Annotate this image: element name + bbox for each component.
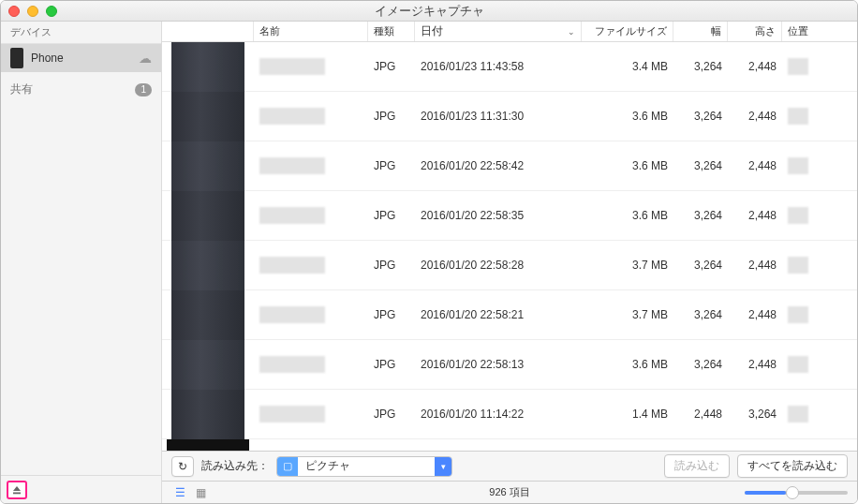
- table-row[interactable]: JPG2016/01/20 22:58:423.6 MB3,2642,448: [162, 141, 857, 191]
- cell-width: 3,264: [673, 110, 728, 123]
- cell-width: 3,264: [673, 60, 728, 73]
- cell-size: 3.6 MB: [582, 159, 673, 172]
- shared-count-badge: 1: [135, 83, 152, 96]
- cell-kind: JPG: [368, 60, 415, 73]
- cell-position: [782, 108, 838, 125]
- cell-size: 3.6 MB: [582, 209, 673, 222]
- rotate-button[interactable]: ↻: [171, 456, 194, 477]
- cell-width: 3,264: [673, 259, 728, 272]
- cell-position: [782, 257, 838, 274]
- cell-date: 2016/01/20 22:58:28: [415, 259, 582, 272]
- cell-kind: JPG: [368, 408, 415, 421]
- sidebar-devices-header: デバイス: [1, 22, 161, 44]
- svg-rect-1: [13, 492, 21, 494]
- cell-name: [254, 306, 368, 323]
- titlebar: イメージキャプチャ: [1, 1, 857, 22]
- popup-arrows-icon: ▾: [435, 456, 451, 477]
- folder-icon: ▢: [277, 456, 298, 477]
- cell-kind: JPG: [368, 259, 415, 272]
- cell-date: 2016/01/20 11:14:22: [415, 408, 582, 421]
- table-row[interactable]: JPG2016/01/20 22:58:133.6 MB3,2642,448: [162, 340, 857, 390]
- cell-size: 3.6 MB: [582, 110, 673, 123]
- cell-height: 2,448: [728, 308, 782, 321]
- shared-label: 共有: [10, 82, 33, 97]
- cell-height: 2,448: [728, 60, 782, 73]
- cell-size: 3.6 MB: [582, 358, 673, 371]
- cell-position: [782, 207, 838, 224]
- cell-width: 3,264: [673, 209, 728, 222]
- cell-name: [254, 406, 368, 422]
- destination-value: ピクチャ: [298, 458, 435, 474]
- cell-position: [782, 356, 838, 373]
- status-bar: ☰ ▦ 926 項目: [162, 481, 857, 503]
- col-width[interactable]: 幅: [673, 22, 728, 41]
- cell-date: 2016/01/23 11:31:30: [415, 110, 582, 123]
- cell-date: 2016/01/23 11:43:58: [415, 60, 582, 73]
- cell-size: 3.7 MB: [582, 308, 673, 321]
- import-all-button[interactable]: すべてを読み込む: [737, 454, 848, 478]
- col-size[interactable]: ファイルサイズ: [582, 22, 673, 41]
- cell-name: [254, 157, 368, 174]
- column-headers: 名前 種類 日付⌄ ファイルサイズ 幅 高さ 位置: [162, 22, 857, 42]
- cell-size: 3.4 MB: [582, 60, 673, 73]
- cell-width: 2,448: [673, 408, 728, 421]
- import-button[interactable]: 読み込む: [664, 454, 730, 478]
- cell-position: [782, 406, 838, 422]
- chevron-down-icon: ⌄: [568, 27, 575, 37]
- cell-height: 3,264: [728, 408, 782, 421]
- window-body: デバイス Phone ☁︎ 共有 1 名前 種類 日付⌄: [1, 22, 857, 503]
- cell-height: 2,448: [728, 358, 782, 371]
- cell-kind: JPG: [368, 308, 415, 321]
- col-kind[interactable]: 種類: [368, 22, 415, 41]
- table-row[interactable]: JPG2016/01/20 22:58:213.7 MB3,2642,448: [162, 290, 857, 340]
- cell-date: 2016/01/20 22:58:13: [415, 358, 582, 371]
- cell-height: 2,448: [728, 159, 782, 172]
- cell-height: 2,448: [728, 209, 782, 222]
- slider-knob[interactable]: [786, 486, 799, 499]
- col-date[interactable]: 日付⌄: [415, 22, 582, 41]
- table-row[interactable]: JPG2016/01/23 11:31:303.6 MB3,2642,448: [162, 92, 857, 141]
- table-row[interactable]: JPG2016/01/20 22:58:353.6 MB3,2642,448: [162, 191, 857, 241]
- thumbnail-size-slider[interactable]: [745, 491, 848, 495]
- toolbar: ↻ 読み込み先： ▢ ピクチャ ▾ 読み込む すべてを読み込む: [162, 451, 857, 481]
- cell-name: [254, 356, 368, 373]
- main-panel: 名前 種類 日付⌄ ファイルサイズ 幅 高さ 位置 JPG2016/01/23 …: [162, 22, 857, 503]
- table-row[interactable]: JPG2016/01/20 22:58:283.7 MB3,2642,448: [162, 241, 857, 290]
- cell-kind: JPG: [368, 110, 415, 123]
- col-height[interactable]: 高さ: [728, 22, 782, 41]
- sidebar-shared-header: 共有 1: [1, 78, 161, 101]
- table-row[interactable]: JPG2016/01/23 11:43:583.4 MB3,2642,448: [162, 42, 857, 92]
- cell-name: [254, 108, 368, 125]
- col-thumb[interactable]: [162, 22, 254, 41]
- cell-position: [782, 306, 838, 323]
- device-name: Phone: [31, 52, 64, 65]
- sidebar-device-item[interactable]: Phone ☁︎: [1, 44, 161, 72]
- cell-kind: JPG: [368, 159, 415, 172]
- cell-position: [782, 157, 838, 174]
- cell-name: [254, 257, 368, 274]
- cell-date: 2016/01/20 22:58:35: [415, 209, 582, 222]
- cell-height: 2,448: [728, 110, 782, 123]
- cell-size: 1.4 MB: [582, 408, 673, 421]
- cell-kind: JPG: [368, 358, 415, 371]
- cell-width: 3,264: [673, 308, 728, 321]
- window: イメージキャプチャ デバイス Phone ☁︎ 共有 1: [0, 0, 858, 504]
- sidebar: デバイス Phone ☁︎ 共有 1: [1, 22, 162, 503]
- cell-date: 2016/01/20 22:58:42: [415, 159, 582, 172]
- cell-kind: JPG: [368, 209, 415, 222]
- col-name[interactable]: 名前: [254, 22, 368, 41]
- cell-width: 3,264: [673, 358, 728, 371]
- cell-date: 2016/01/20 22:58:21: [415, 308, 582, 321]
- import-to-label: 読み込み先：: [201, 458, 269, 474]
- cell-name: [254, 58, 368, 75]
- svg-marker-0: [13, 486, 21, 491]
- col-position[interactable]: 位置: [782, 22, 838, 41]
- file-list[interactable]: JPG2016/01/23 11:43:583.4 MB3,2642,448JP…: [162, 42, 857, 451]
- table-row[interactable]: JPG2016/01/20 11:14:221.4 MB2,4483,264: [162, 390, 857, 439]
- window-title: イメージキャプチャ: [1, 3, 857, 20]
- cloud-icon: ☁︎: [139, 51, 152, 66]
- cell-height: 2,448: [728, 259, 782, 272]
- destination-popup[interactable]: ▢ ピクチャ ▾: [276, 456, 452, 477]
- show-details-button[interactable]: [7, 481, 27, 499]
- cell-width: 3,264: [673, 159, 728, 172]
